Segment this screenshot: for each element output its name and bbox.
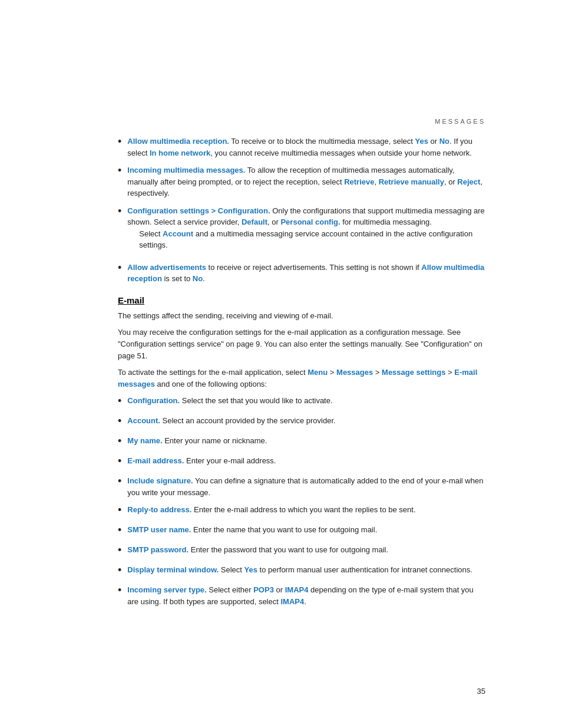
bullet-text: Display terminal window. Select Yes to p… — [127, 564, 485, 576]
config-settings-link[interactable]: Configuration settings > Configuration. — [127, 206, 270, 215]
bullet-text: E-mail address. Enter your e-mail addres… — [127, 455, 485, 467]
bullet-text: Allow advertisements to receive or rejec… — [127, 262, 485, 285]
messages-link[interactable]: Messages — [336, 368, 373, 377]
bullet-text: SMTP user name. Enter the name that you … — [127, 524, 485, 536]
list-item: • Include signature. You can define a si… — [118, 475, 485, 498]
section-header: Messages — [118, 118, 485, 125]
bullet-dot: • — [118, 163, 121, 179]
bullet-text: Include signature. You can define a sign… — [127, 475, 485, 498]
email-address-link[interactable]: E-mail address. — [127, 456, 184, 465]
display-terminal-link[interactable]: Display terminal window. — [127, 565, 219, 574]
list-item: • Allow advertisements to receive or rej… — [118, 262, 485, 285]
list-item: • Configuration. Select the set that you… — [118, 395, 485, 409]
list-item: • Account. Select an account provided by… — [118, 415, 485, 429]
list-item: • SMTP password. Enter the password that… — [118, 544, 485, 558]
bullet-text: Configuration settings > Configuration. … — [127, 205, 485, 256]
bullet-text: Account. Select an account provided by t… — [127, 415, 485, 427]
bullet-text: My name. Enter your name or nickname. — [127, 435, 485, 447]
bullet-text: Reply-to address. Enter the e-mail addre… — [127, 504, 485, 516]
bullet-text: Incoming server type. Select either POP3… — [127, 584, 485, 607]
no-link[interactable]: No — [439, 137, 449, 146]
no-link2[interactable]: No — [193, 274, 203, 283]
list-item: • Allow multimedia reception. To receive… — [118, 136, 485, 159]
menu-link[interactable]: Menu — [308, 368, 328, 377]
top-bullet-list: • Allow multimedia reception. To receive… — [118, 136, 485, 285]
bullet-dot: • — [118, 203, 121, 219]
list-item: • E-mail address. Enter your e-mail addr… — [118, 455, 485, 469]
smtp-password-link[interactable]: SMTP password. — [127, 545, 189, 554]
bullet-dot: • — [118, 542, 121, 558]
allow-ads-link[interactable]: Allow advertisements — [127, 263, 206, 272]
list-item: • Display terminal window. Select Yes to… — [118, 564, 485, 578]
imap4-link[interactable]: IMAP4 — [285, 585, 309, 594]
bullet-dot: • — [118, 260, 121, 276]
bullet-text: Incoming multimedia messages. To allow t… — [127, 164, 485, 199]
reply-to-link[interactable]: Reply-to address. — [127, 505, 191, 514]
allow-multimedia-link[interactable]: Allow multimedia reception. — [127, 137, 229, 146]
default-link[interactable]: Default — [242, 218, 267, 226]
include-signature-link[interactable]: Include signature. — [127, 476, 193, 485]
bullet-dot: • — [118, 502, 121, 518]
list-item: • Configuration settings > Configuration… — [118, 205, 485, 256]
list-item: • SMTP user name. Enter the name that yo… — [118, 524, 485, 538]
in-home-network-link[interactable]: In home network — [150, 149, 210, 157]
account-link[interactable]: Account — [163, 229, 193, 238]
bullet-dot: • — [118, 413, 121, 429]
bullet-text: Allow multimedia reception. To receive o… — [127, 136, 485, 159]
page: Messages • Allow multimedia reception. T… — [0, 0, 562, 728]
email-para3: To activate the settings for the e-mail … — [118, 367, 485, 390]
bullet-dot: • — [118, 582, 121, 598]
email-para2: You may receive the configuration settin… — [118, 327, 485, 362]
personal-config-link[interactable]: Personal config. — [280, 218, 340, 226]
list-item: • Reply-to address. Enter the e-mail add… — [118, 504, 485, 518]
yes-link2[interactable]: Yes — [244, 565, 257, 574]
list-item: • Incoming server type. Select either PO… — [118, 584, 485, 607]
incoming-multimedia-link[interactable]: Incoming multimedia messages. — [127, 166, 245, 174]
configuration-link[interactable]: Configuration. — [127, 396, 180, 405]
message-settings-link[interactable]: Message settings — [382, 368, 445, 377]
retrieve-manually-link[interactable]: Retrieve manually — [379, 177, 444, 186]
yes-link[interactable]: Yes — [415, 137, 428, 146]
page-number: 35 — [477, 687, 485, 696]
retrieve-link[interactable]: Retrieve — [344, 177, 374, 186]
list-item: • Incoming multimedia messages. To allow… — [118, 164, 485, 199]
pop3-link[interactable]: POP3 — [253, 585, 274, 594]
smtp-username-link[interactable]: SMTP user name. — [127, 525, 191, 534]
email-para1: The settings affect the sending, receivi… — [118, 310, 485, 322]
content-area: Messages • Allow multimedia reception. T… — [0, 0, 562, 660]
email-bullet-list: • Configuration. Select the set that you… — [118, 395, 485, 607]
reject-link[interactable]: Reject — [457, 177, 480, 186]
bullet-dot: • — [118, 134, 121, 150]
bullet-text: SMTP password. Enter the password that y… — [127, 544, 485, 556]
bullet-dot: • — [118, 433, 121, 449]
imap4-link2[interactable]: IMAP4 — [280, 597, 304, 606]
bullet-dot: • — [118, 453, 121, 469]
email-section-title: E-mail — [118, 295, 485, 305]
incoming-server-type-link[interactable]: Incoming server type. — [127, 585, 206, 594]
bullet-text: Configuration. Select the set that you w… — [127, 395, 485, 407]
bullet-dot: • — [118, 473, 121, 489]
bullet-dot: • — [118, 393, 121, 409]
list-item: • My name. Enter your name or nickname. — [118, 435, 485, 449]
my-name-link[interactable]: My name. — [127, 436, 162, 445]
bullet-dot: • — [118, 562, 121, 578]
sub-indent: Select Account and a multimedia messagin… — [139, 228, 485, 251]
bullet-dot: • — [118, 522, 121, 538]
account-email-link[interactable]: Account. — [127, 416, 160, 425]
